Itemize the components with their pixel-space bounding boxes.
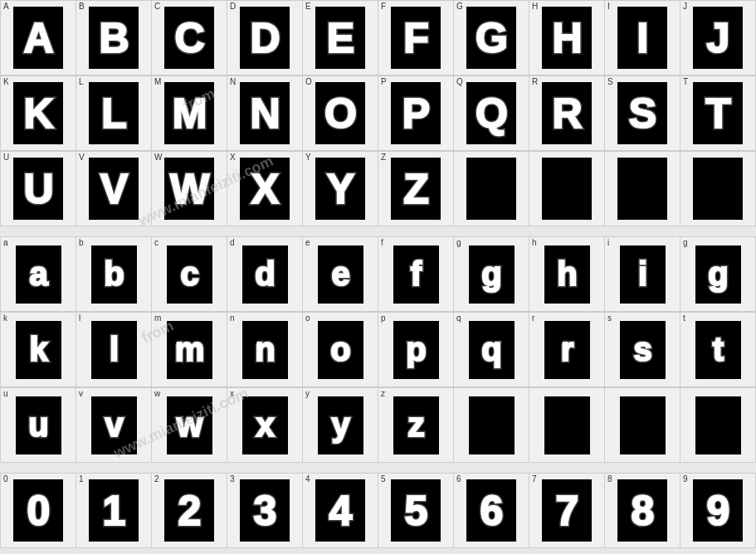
char-cell-empty — [529, 388, 605, 463]
char-cell-empty — [454, 152, 529, 226]
char-block: WW — [164, 158, 214, 220]
cell-label: 4 — [305, 475, 310, 484]
char-cell-m: mmm — [152, 313, 227, 387]
char-block: 88 — [617, 479, 667, 542]
char-cell-A: AAA — [1, 1, 76, 75]
char-cell-F: FFF — [378, 1, 454, 75]
cell-label: R — [532, 78, 538, 86]
char-cell-O: OOO — [303, 76, 378, 151]
char-cell-empty — [680, 388, 756, 463]
char-block: ee — [318, 245, 363, 304]
char-block: mm — [167, 321, 212, 379]
lowercase-row-1: aaabbbcccdddeeefffggghhhiiiggg — [0, 236, 756, 312]
char-cell-r: rrr — [529, 313, 605, 387]
cell-label: i — [607, 239, 609, 247]
char-cell-T: TTT — [680, 76, 756, 151]
char-cell-v: vvv — [76, 388, 152, 463]
char-cell-e: eee — [303, 237, 378, 312]
cell-label: b — [79, 239, 84, 247]
char-cell-U: UUU — [1, 152, 76, 226]
char-block: BB — [89, 7, 139, 69]
char-block: 33 — [240, 479, 290, 542]
char-block: 00 — [13, 479, 63, 542]
cell-label: q — [456, 314, 461, 323]
char-cell-empty — [605, 388, 680, 463]
cell-label: s — [607, 314, 612, 323]
char-block: gg — [695, 245, 741, 304]
char-block: EE — [315, 7, 365, 69]
char-cell-0: 000 — [1, 474, 76, 548]
uppercase-row-2: KKKLLLMMMNNNOOOPPPQQQRRRSSSTTT — [0, 75, 756, 151]
section-gap-2 — [0, 463, 756, 473]
section-gap-1 — [0, 226, 756, 236]
char-block: 66 — [466, 479, 516, 542]
char-block: 22 — [164, 479, 214, 542]
char-block: HH — [542, 7, 592, 69]
char-cell-I: III — [605, 1, 680, 75]
char-cell-J: JJJ — [680, 1, 756, 75]
cell-label: x — [230, 390, 234, 398]
uppercase-row-1: AAABBBCCCDDDEEEFFFGGGHHHIIIJJJ — [0, 0, 756, 75]
char-block — [469, 396, 515, 454]
cell-label: U — [3, 153, 9, 162]
char-cell-p: ppp — [378, 313, 454, 387]
cell-label: 3 — [230, 475, 235, 484]
char-block: NN — [240, 82, 290, 144]
char-block: xx — [242, 396, 288, 454]
char-cell-h: hhh — [529, 237, 605, 312]
char-cell-W: WWW — [152, 152, 227, 226]
char-block: cc — [167, 245, 212, 304]
cell-label: f — [381, 239, 383, 247]
char-cell-K: KKK — [1, 76, 76, 151]
cell-label: 0 — [3, 475, 8, 484]
cell-label: J — [683, 2, 687, 11]
char-cell-empty — [454, 388, 529, 463]
char-block: rr — [544, 321, 590, 379]
char-cell-6: 666 — [454, 474, 529, 548]
cell-label: S — [607, 78, 613, 86]
cell-label: k — [3, 314, 7, 323]
char-cell-N: NNN — [227, 76, 303, 151]
char-block: LL — [89, 82, 139, 144]
char-cell-8: 888 — [605, 474, 680, 548]
char-cell-M: MMM — [152, 76, 227, 151]
char-block: FF — [391, 7, 441, 69]
cell-label: Q — [456, 78, 463, 86]
char-cell-B: BBB — [76, 1, 152, 75]
char-cell-9: 999 — [680, 474, 756, 548]
char-block: RR — [542, 82, 592, 144]
char-block: gg — [469, 245, 515, 304]
cell-label: 1 — [79, 475, 84, 484]
cell-label: F — [381, 2, 386, 11]
char-cell-R: RRR — [529, 76, 605, 151]
char-cell-y: yyy — [303, 388, 378, 463]
uppercase-row-3: UUUVVVWWWXXXYYYZZZ — [0, 151, 756, 226]
char-cell-g: ggg — [454, 237, 529, 312]
numbers-row: 000111222333444555666777888999 — [0, 473, 756, 548]
char-block: qq — [469, 321, 515, 379]
char-cell-k: kkk — [1, 313, 76, 387]
cell-label: g — [683, 239, 688, 247]
cell-label: D — [230, 2, 236, 11]
char-block: SS — [617, 82, 667, 144]
lowercase-section: aaabbbcccdddeeefffggghhhiiiggg kkklllmmm… — [0, 236, 756, 463]
char-block: pp — [393, 321, 439, 379]
char-block: vv — [91, 396, 137, 454]
char-cell-Y: YYY — [303, 152, 378, 226]
cell-label: m — [154, 314, 161, 323]
cell-label: 9 — [683, 475, 688, 484]
char-block: 55 — [391, 479, 441, 542]
char-cell-c: ccc — [152, 237, 227, 312]
char-cell-q: qqq — [454, 313, 529, 387]
cell-label: 2 — [154, 475, 159, 484]
cell-label: O — [305, 78, 312, 86]
char-block: dd — [242, 245, 288, 304]
char-cell-z: zzz — [378, 388, 454, 463]
char-block: bb — [91, 245, 137, 304]
char-block — [542, 158, 592, 220]
char-cell-5: 555 — [378, 474, 454, 548]
char-cell-g: ggg — [680, 237, 756, 312]
char-block: ss — [620, 321, 666, 379]
cell-label: M — [154, 78, 161, 86]
cell-label: T — [683, 78, 688, 86]
